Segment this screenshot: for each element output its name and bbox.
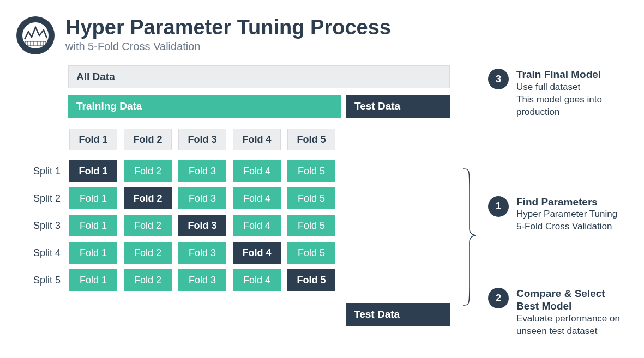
callout-step-2: 2 Compare & Select Best Model Evaluate p…	[488, 288, 628, 337]
page-subtitle: with 5-Fold Cross Validation	[65, 40, 391, 53]
callout-line: Use full dataset	[516, 81, 628, 94]
callout-title: Train Final Model	[516, 69, 628, 81]
fold-header: Fold 5	[287, 129, 335, 150]
fold-train: Fold 1	[69, 242, 117, 264]
fold-train: Fold 1	[69, 269, 117, 291]
step-number-badge: 2	[488, 288, 509, 308]
fold-train: Fold 3	[178, 187, 226, 209]
split-row: Split 3Fold 1Fold 2Fold 3Fold 4Fold 5	[25, 215, 450, 236]
fold-train: Fold 1	[69, 187, 117, 209]
fold-header: Fold 1	[69, 129, 117, 150]
fold-train: Fold 2	[124, 160, 172, 182]
fold-train: Fold 2	[124, 242, 172, 264]
callout-line: This model goes into production	[516, 94, 628, 119]
fold-train: Fold 4	[233, 215, 281, 236]
fold-train: Fold 3	[178, 242, 226, 264]
split-row: Split 5Fold 1Fold 2Fold 3Fold 4Fold 5	[25, 269, 450, 291]
fold-header: Fold 2	[124, 129, 172, 150]
split-label: Split 5	[25, 275, 63, 286]
page-title: Hyper Parameter Tuning Process	[65, 16, 391, 39]
fold-test: Fold 1	[69, 160, 117, 182]
split-label: Split 2	[25, 193, 63, 204]
fold-train: Fold 3	[178, 160, 226, 182]
split-row: Split 1Fold 1Fold 2Fold 3Fold 4Fold 5	[25, 160, 450, 182]
fold-train: Fold 1	[69, 215, 117, 236]
callouts: 3 Train Final Model Use full dataset Thi…	[488, 65, 628, 349]
callout-line: 5-Fold Cross Validation	[516, 221, 617, 233]
fold-train: Fold 5	[287, 187, 335, 209]
header: Hyper Parameter Tuning Process with 5-Fo…	[16, 16, 628, 54]
test-data-box: Test Data	[346, 95, 450, 118]
split-label: Split 3	[25, 220, 63, 232]
fold-train: Fold 2	[124, 269, 172, 291]
split-row: Split 2Fold 1Fold 2Fold 3Fold 4Fold 5	[25, 187, 450, 209]
fold-train: Fold 4	[233, 187, 281, 209]
fold-train: Fold 2	[124, 215, 172, 236]
fold-test: Fold 4	[233, 242, 281, 264]
fold-train: Fold 4	[233, 160, 281, 182]
callout-step-3: 3 Train Final Model Use full dataset Thi…	[488, 69, 628, 119]
callout-title: Compare & Select Best Model	[516, 288, 628, 313]
split-row: Split 4Fold 1Fold 2Fold 3Fold 4Fold 5	[25, 242, 450, 264]
fold-train: Fold 5	[287, 160, 335, 182]
training-data-box: Training Data	[68, 95, 341, 118]
fold-test: Fold 5	[287, 269, 335, 291]
fold-test: Fold 2	[124, 187, 172, 209]
fold-train: Fold 5	[287, 242, 335, 264]
fold-header-row: Fold 1 Fold 2 Fold 3 Fold 4 Fold 5	[25, 129, 450, 150]
fold-train: Fold 5	[287, 215, 335, 236]
all-data-box: All Data	[68, 65, 450, 88]
diagram: All Data Training Data Test Data Fold 1 …	[25, 65, 450, 349]
split-label: Split 4	[25, 247, 63, 259]
callout-step-1: 1 Find Parameters Hyper Parameter Tuning…	[488, 196, 628, 234]
brace-icon	[461, 65, 477, 338]
callout-line: Hyper Parameter Tuning	[516, 208, 617, 221]
fold-test: Fold 3	[178, 215, 226, 236]
chart-logo-icon	[16, 16, 55, 54]
fold-train: Fold 4	[233, 269, 281, 291]
split-label: Split 1	[25, 166, 63, 177]
fold-header: Fold 4	[233, 129, 281, 150]
callout-line: Evaluate performance on unseen test data…	[516, 313, 628, 338]
callout-title: Find Parameters	[516, 196, 617, 209]
fold-header: Fold 3	[178, 129, 226, 150]
step-number-badge: 1	[488, 196, 509, 217]
step-number-badge: 3	[488, 69, 509, 89]
fold-train: Fold 3	[178, 269, 226, 291]
test-data-bottom: Test Data	[346, 303, 450, 326]
